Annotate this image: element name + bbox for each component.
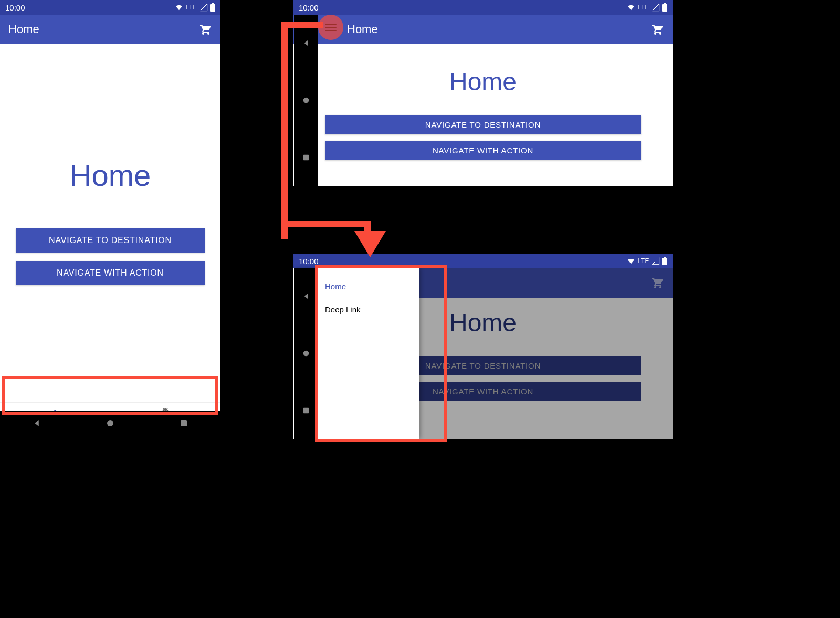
network-label: LTE bbox=[185, 4, 197, 11]
recents-icon[interactable] bbox=[302, 153, 310, 162]
clock: 10:00 bbox=[5, 3, 25, 12]
portrait-phone-frame: 10:00 LTE Home Home NAVIGATE TO DESTINAT… bbox=[0, 0, 220, 436]
svg-rect-9 bbox=[664, 257, 666, 258]
drawer-deeplink-label: Deep Link bbox=[325, 305, 361, 314]
network-label-land: LTE bbox=[637, 4, 649, 11]
navigate-destination-button[interactable]: NAVIGATE TO DESTINATION bbox=[16, 228, 205, 253]
arrow-segment bbox=[288, 221, 371, 227]
svg-point-10 bbox=[303, 351, 309, 357]
arrow-segment bbox=[281, 22, 323, 28]
system-nav-vertical-bottom bbox=[294, 268, 318, 439]
clock-land-bottom: 10:00 bbox=[299, 257, 319, 266]
app-bar-land-top: Home bbox=[293, 15, 673, 44]
svg-rect-1 bbox=[212, 3, 214, 4]
svg-rect-0 bbox=[210, 4, 215, 12]
appbar-title-land-top: Home bbox=[347, 23, 378, 36]
wifi-icon bbox=[627, 3, 635, 12]
navigate-action-button-land[interactable]: NAVIGATE WITH ACTION bbox=[325, 141, 641, 160]
recents-icon[interactable] bbox=[302, 406, 310, 415]
system-nav-bar bbox=[0, 411, 220, 436]
cart-icon[interactable] bbox=[200, 23, 212, 36]
recents-icon[interactable] bbox=[179, 418, 188, 428]
home-nav-icon[interactable] bbox=[106, 418, 115, 428]
home-nav-icon[interactable] bbox=[302, 349, 310, 358]
svg-point-6 bbox=[303, 98, 309, 103]
battery-icon bbox=[210, 3, 215, 12]
status-bar: 10:00 LTE bbox=[0, 0, 220, 15]
landscape-phone-bottom: 10:00 LTE Home NAVIGATE TO DESTINATION N… bbox=[293, 254, 673, 439]
svg-rect-4 bbox=[662, 4, 667, 12]
status-icons: LTE bbox=[175, 3, 215, 12]
signal-icon bbox=[652, 3, 660, 12]
navigate-action-button[interactable]: NAVIGATE WITH ACTION bbox=[16, 261, 205, 285]
appbar-title: Home bbox=[8, 23, 39, 36]
network-label-land-bottom: LTE bbox=[637, 257, 649, 265]
wifi-icon bbox=[175, 3, 183, 12]
app-bar: Home bbox=[0, 15, 220, 44]
svg-rect-5 bbox=[664, 3, 666, 4]
page-heading-land-top: Home bbox=[449, 67, 517, 96]
wifi-icon bbox=[627, 257, 635, 265]
signal-icon bbox=[200, 3, 208, 12]
back-icon[interactable] bbox=[302, 39, 310, 47]
page-heading: Home bbox=[70, 158, 151, 193]
battery-icon bbox=[662, 3, 667, 12]
clock-land-top: 10:00 bbox=[299, 3, 319, 12]
drawer-home-label: Home bbox=[325, 282, 346, 291]
status-bar-land-top: 10:00 LTE bbox=[293, 0, 673, 15]
back-icon[interactable] bbox=[302, 292, 310, 300]
back-icon[interactable] bbox=[32, 418, 41, 428]
landscape-phone-top: 10:00 LTE Home Home NAVIGATE TO DESTINAT… bbox=[293, 0, 673, 186]
arrow-segment bbox=[281, 23, 288, 239]
home-nav-icon[interactable] bbox=[302, 96, 310, 104]
arrow-head-icon bbox=[354, 231, 386, 257]
signal-icon bbox=[652, 257, 660, 265]
svg-rect-3 bbox=[181, 420, 187, 426]
battery-icon bbox=[662, 257, 667, 265]
status-bar-land-bottom: 10:00 LTE bbox=[293, 254, 673, 268]
hamburger-icon[interactable] bbox=[325, 22, 337, 33]
navigate-destination-button-land[interactable]: NAVIGATE TO DESTINATION bbox=[325, 115, 641, 134]
cart-icon[interactable] bbox=[652, 23, 664, 36]
svg-rect-11 bbox=[303, 407, 309, 413]
svg-rect-8 bbox=[662, 258, 667, 265]
svg-point-2 bbox=[107, 420, 113, 426]
system-nav-vertical-top bbox=[294, 15, 318, 186]
svg-rect-7 bbox=[303, 154, 309, 160]
